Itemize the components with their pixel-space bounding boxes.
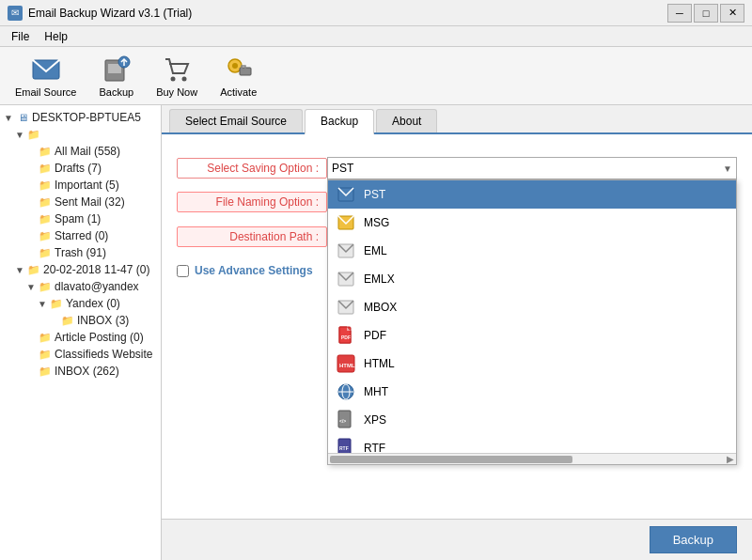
folder-icon-article: 📁 — [38, 330, 53, 345]
dropdown-item-pst[interactable]: PST — [328, 180, 736, 209]
dropdown-item-mht[interactable]: MHT — [328, 378, 736, 406]
tab-about[interactable]: About — [376, 109, 437, 132]
dropdown-arrow-icon: ▼ — [723, 163, 732, 174]
advance-settings-label[interactable]: Use Advance Settings — [195, 264, 313, 277]
maximize-button[interactable]: □ — [694, 4, 718, 23]
pst-label: PST — [364, 188, 385, 201]
expand-icon-2[interactable]: ▼ — [15, 130, 26, 140]
saving-option-row: Select Saving Option : PST ▼ — [177, 157, 737, 179]
backup-label: Backup — [99, 86, 133, 98]
tree-item-starred[interactable]: 📁 Starred (0) — [0, 227, 161, 244]
tree-item-inbox3[interactable]: 📁 INBOX (3) — [0, 312, 161, 329]
toolbar: Email Source Backup Buy Now — [0, 47, 752, 105]
window-controls: ─ □ ✕ — [667, 4, 744, 23]
folder-icon-inbox3: 📁 — [60, 313, 75, 328]
dropdown-item-html[interactable]: HTML HTML — [328, 350, 736, 378]
svg-point-6 — [182, 77, 187, 82]
folder-icon-date: 📁 — [26, 262, 41, 277]
folder-icon-2: 📁 — [38, 144, 53, 159]
dropdown-item-pdf[interactable]: PDF PDF — [328, 321, 736, 350]
folder-icon-classifieds: 📁 — [38, 347, 53, 362]
tree-item-inbox262[interactable]: 📁 INBOX (262) — [0, 363, 161, 380]
menu-help[interactable]: Help — [37, 28, 75, 45]
activate-label: Activate — [220, 86, 257, 98]
bottom-bar: Backup — [162, 519, 752, 560]
dropdown-hscroll-thumb[interactable] — [330, 456, 572, 463]
dropdown-item-eml[interactable]: EML — [328, 237, 736, 265]
backup-button[interactable]: Backup — [650, 526, 737, 553]
svg-point-5 — [171, 77, 176, 82]
tree-item-allmail[interactable]: 📁 All Mail (558) — [0, 143, 161, 160]
tree-label-important: Important (5) — [55, 179, 119, 192]
dropdown-item-emlx[interactable]: EMLX — [328, 265, 736, 293]
expand-icon-3 — [26, 147, 38, 157]
tree-item-drafts[interactable]: 📁 Drafts (7) — [0, 160, 161, 177]
tree-item-desktop[interactable]: ▼ 🖥 DESKTOP-BPTUEA5 — [0, 109, 161, 126]
tab-backup[interactable]: Backup — [305, 109, 374, 134]
naming-option-label: File Naming Option : — [177, 192, 327, 212]
close-button[interactable]: ✕ — [720, 4, 744, 23]
svg-text:PDF: PDF — [341, 334, 351, 340]
folder-icon-sent: 📁 — [38, 194, 53, 210]
svg-point-8 — [232, 63, 238, 69]
svg-text:HTML: HTML — [339, 363, 355, 368]
title-bar: ✉ Email Backup Wizard v3.1 (Trial) ─ □ ✕ — [0, 0, 752, 26]
pst-icon — [336, 184, 356, 205]
msg-icon — [336, 212, 356, 233]
toolbar-activate[interactable]: Activate — [212, 51, 264, 101]
tree-item-yandex[interactable]: ▼ 📁 Yandex (0) — [0, 295, 161, 312]
pdf-icon: PDF — [336, 325, 356, 346]
expand-icon[interactable]: ▼ — [4, 113, 15, 123]
dropdown-item-mbox[interactable]: MBOX — [328, 293, 736, 321]
tree-item-spam[interactable]: 📁 Spam (1) — [0, 210, 161, 227]
toolbar-buy-now[interactable]: Buy Now — [149, 51, 205, 101]
folder-icon-yandex: 📁 — [49, 296, 64, 311]
app-title: Email Backup Wizard v3.1 (Trial) — [28, 7, 192, 20]
toolbar-email-source[interactable]: Email Source — [8, 51, 84, 101]
xps-label: XPS — [364, 413, 386, 427]
menu-file[interactable]: File — [4, 28, 37, 45]
rtf-label: RTF — [364, 442, 385, 453]
folder-icon-1: 📁 — [26, 127, 41, 142]
dropdown-hscroll[interactable]: ▶ — [328, 453, 736, 464]
tree-item-sentmail[interactable]: 📁 Sent Mail (32) — [0, 194, 161, 210]
folder-icon-dlavato: 📁 — [38, 279, 53, 294]
dropdown-item-rtf[interactable]: RTF RTF — [328, 434, 736, 453]
rtf-icon: RTF — [336, 438, 356, 453]
saving-option-dropdown[interactable]: PST ▼ PST — [327, 157, 737, 179]
svg-text:</>: </> — [339, 418, 346, 424]
dropdown-selected-value[interactable]: PST ▼ — [327, 157, 737, 179]
tree-item-folder1[interactable]: ▼ 📁 — [0, 126, 161, 143]
menu-bar: File Help — [0, 26, 752, 47]
tree-label-drafts: Drafts (7) — [55, 162, 102, 175]
svg-text:RTF: RTF — [339, 445, 349, 451]
computer-icon: 🖥 — [15, 110, 30, 125]
main-content: ▼ 🖥 DESKTOP-BPTUEA5 ▼ 📁 📁 All Mail (558)… — [0, 105, 752, 560]
tree-item-trash[interactable]: 📁 Trash (91) — [0, 244, 161, 261]
tree-label-starred: Starred (0) — [55, 229, 108, 242]
tree-item-article[interactable]: 📁 Article Posting (0) — [0, 329, 161, 346]
emlx-icon — [336, 269, 356, 289]
tree-item-date[interactable]: ▼ 📁 20-02-2018 11-47 (0) — [0, 261, 161, 278]
minimize-button[interactable]: ─ — [667, 4, 692, 23]
folder-icon-important: 📁 — [38, 178, 53, 193]
tree-item-dlavato[interactable]: ▼ 📁 dlavato@yandex — [0, 278, 161, 295]
dropdown-item-xps[interactable]: </> XPS — [328, 406, 736, 434]
tab-bar: Select Email Source Backup About — [162, 105, 752, 134]
tree-item-classifieds[interactable]: 📁 Classifieds Website — [0, 346, 161, 363]
emlx-label: EMLX — [364, 272, 395, 286]
tab-select-email-source[interactable]: Select Email Source — [169, 109, 303, 132]
folder-icon-starred: 📁 — [38, 228, 53, 243]
folder-icon-trash: 📁 — [38, 245, 53, 260]
advance-settings-checkbox[interactable] — [177, 265, 189, 277]
left-panel: ▼ 🖥 DESKTOP-BPTUEA5 ▼ 📁 📁 All Mail (558)… — [0, 105, 162, 560]
pdf-label: PDF — [364, 329, 386, 342]
toolbar-backup[interactable]: Backup — [91, 51, 141, 101]
tree-item-important[interactable]: 📁 Important (5) — [0, 177, 161, 194]
tree-label-date: 20-02-2018 11-47 (0) — [43, 263, 149, 276]
tree-label-dlavato: dlavato@yandex — [55, 280, 139, 293]
html-label: HTML — [364, 357, 395, 370]
xps-icon: </> — [336, 410, 356, 430]
dropdown-item-msg[interactable]: MSG — [328, 209, 736, 237]
tree-label: DESKTOP-BPTUEA5 — [32, 111, 141, 124]
